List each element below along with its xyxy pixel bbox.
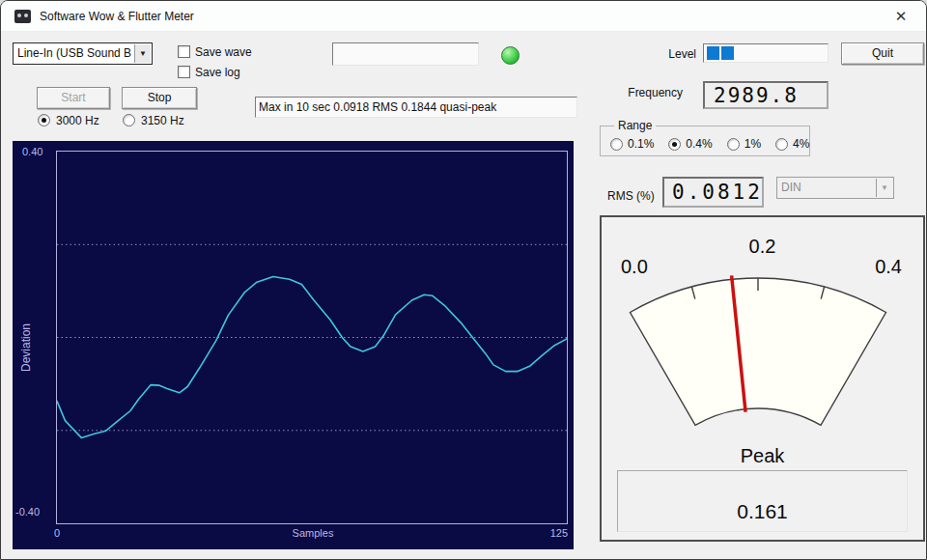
save-wave-checkbox[interactable] — [178, 45, 190, 58]
save-log-checkbox[interactable] — [178, 66, 190, 78]
level-segment — [707, 46, 719, 60]
stop-button[interactable]: Stop — [122, 87, 197, 109]
range-radio-label: 0.4% — [686, 137, 712, 151]
range-option-1%[interactable]: 1% — [727, 137, 761, 151]
chevron-down-icon[interactable]: ▼ — [134, 44, 151, 63]
chevron-down-icon: ▼ — [876, 179, 892, 197]
x-axis-title: Samples — [56, 527, 570, 539]
rms-label: RMS (%) — [607, 189, 655, 203]
plot-frame — [56, 151, 568, 524]
range-option-4%[interactable]: 4% — [775, 137, 809, 151]
radio-3150hz-label: 3150 Hz — [141, 114, 184, 127]
waveform-plot — [57, 152, 567, 523]
range-radio[interactable] — [610, 138, 623, 151]
range-group-label: Range — [614, 119, 656, 132]
range-groupbox: Range 0.1%0.4%1%4% — [600, 126, 810, 156]
window-title: Software Wow & Flutter Meter — [40, 10, 194, 23]
peak-label: Peak — [602, 445, 923, 467]
radio-3150hz[interactable] — [123, 114, 135, 126]
range-radio[interactable] — [668, 138, 681, 151]
frequency-display: 2989.8 — [703, 81, 829, 109]
peak-value-display: 0.161 — [617, 470, 908, 532]
y-axis-title: Deviation — [19, 304, 33, 391]
deviation-waveform — [57, 277, 567, 438]
meter-dial-face — [631, 278, 886, 425]
deviation-chart-panel: 0.40 -0.40 Deviation 0 Samples 125 — [13, 141, 574, 549]
save-log-label: Save log — [195, 66, 240, 79]
frequency-label: Frequency — [596, 86, 683, 99]
save-wave-label: Save wave — [195, 45, 252, 59]
analog-meter-panel: 0.0 0.2 0.4 Peak 0.161 — [600, 215, 925, 542]
range-radio-label: 0.1% — [628, 137, 654, 151]
signal-led-indicator — [501, 46, 520, 65]
radio-3000hz-label: 3000 Hz — [56, 114, 99, 127]
ytick-top: 0.40 — [22, 146, 42, 157]
app-window: Software Wow & Flutter Meter ✕ Line-In (… — [0, 0, 927, 560]
title-bar: Software Wow & Flutter Meter ✕ — [1, 1, 926, 32]
close-icon[interactable]: ✕ — [887, 6, 914, 27]
wave-filename-input[interactable] — [332, 42, 479, 66]
cassette-app-icon — [14, 10, 31, 23]
range-radio[interactable] — [727, 138, 740, 151]
weighting-value: DIN — [781, 181, 801, 194]
range-options: 0.1%0.4%1%4% — [610, 137, 809, 151]
x-axis-row: 0 Samples 125 — [56, 527, 570, 543]
quit-button[interactable]: Quit — [841, 42, 924, 65]
status-readout: Max in 10 sec 0.0918 RMS 0.1844 quasi-pe… — [255, 97, 577, 118]
range-option-0.1%[interactable]: 0.1% — [610, 137, 654, 151]
weighting-combo[interactable]: DIN ▼ — [776, 177, 894, 199]
start-button[interactable]: Start — [37, 87, 110, 109]
level-progressbar — [703, 43, 829, 63]
input-device-value: Line-In (USB Sound Bla — [17, 46, 131, 60]
radio-3000hz[interactable] — [38, 114, 50, 126]
level-label: Level — [638, 47, 696, 61]
xtick-right: 125 — [550, 527, 568, 539]
ytick-bottom: -0.40 — [15, 506, 40, 518]
range-option-0.4%[interactable]: 0.4% — [668, 137, 712, 151]
range-radio-label: 4% — [793, 137, 809, 151]
range-radio[interactable] — [775, 138, 788, 151]
range-radio-label: 1% — [744, 137, 761, 151]
input-device-combo[interactable]: Line-In (USB Sound Bla ▼ — [13, 42, 153, 65]
level-segment — [721, 46, 734, 60]
rms-display: 0.0812 — [662, 177, 764, 208]
